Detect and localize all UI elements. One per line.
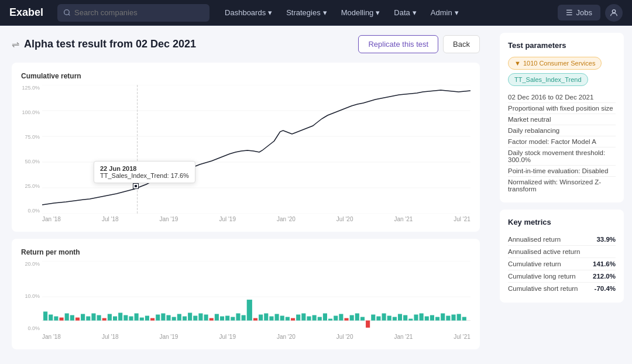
page-title-row: ⇌ Alpha test result from 02 Dec 2021 xyxy=(12,38,196,50)
param-position-size: Proportional with fixed position size xyxy=(508,103,616,114)
svg-rect-82 xyxy=(414,315,418,321)
svg-rect-22 xyxy=(91,313,95,320)
test-parameters-title: Test parameters xyxy=(508,41,616,50)
chevron-down-icon: ▾ xyxy=(376,8,380,17)
svg-rect-59 xyxy=(291,318,295,321)
tag-consumer-services: ▼ 1010 Consumer Services xyxy=(508,57,602,70)
svg-rect-34 xyxy=(156,315,160,321)
key-metrics-section: Key metrics Annualised return 33.9% Annu… xyxy=(500,210,624,303)
svg-rect-26 xyxy=(113,317,117,321)
search-input[interactable] xyxy=(74,8,191,17)
svg-rect-38 xyxy=(177,314,181,320)
svg-rect-15 xyxy=(54,317,58,321)
svg-rect-13 xyxy=(43,311,47,320)
svg-rect-19 xyxy=(75,318,80,321)
svg-rect-39 xyxy=(183,317,187,321)
svg-rect-53 xyxy=(259,315,263,321)
svg-rect-25 xyxy=(108,314,112,320)
svg-rect-66 xyxy=(328,319,332,321)
svg-line-1 xyxy=(68,14,70,15)
svg-rect-74 xyxy=(371,315,375,321)
svg-rect-50 xyxy=(242,315,246,321)
svg-rect-51 xyxy=(247,300,252,321)
key-metrics-title: Key metrics xyxy=(508,218,616,226)
chevron-down-icon: ▾ xyxy=(268,8,272,17)
cumulative-return-chart: Cumulative return 125.0% 100.0% 75.0% 50… xyxy=(12,63,480,232)
tooltip-value: TT_Sales_Index_Trend: 17.6% xyxy=(100,172,189,179)
svg-rect-21 xyxy=(86,317,90,321)
svg-rect-20 xyxy=(81,314,85,320)
metric-annualised-return: Annualised return 33.9% xyxy=(508,233,616,246)
chevron-down-icon: ▾ xyxy=(323,8,327,17)
nav-right: ☰ Jobs xyxy=(558,4,623,22)
svg-rect-64 xyxy=(318,317,322,321)
metric-cumulative-short-return: Cumulative short return -70.4% xyxy=(508,283,616,294)
svg-rect-30 xyxy=(135,313,139,320)
svg-rect-54 xyxy=(264,313,268,320)
main-content: ⇌ Alpha test result from 02 Dec 2021 Rep… xyxy=(0,26,632,364)
y-axis-cumulative: 125.0% 100.0% 75.0% 50.0% 25.0% 0.0% xyxy=(21,85,42,214)
search-box[interactable] xyxy=(57,4,209,22)
svg-rect-88 xyxy=(446,316,450,321)
monthly-return-chart: Return per month 20.0% 10.0% 0.0% xyxy=(12,239,480,349)
svg-rect-36 xyxy=(166,315,170,321)
svg-rect-78 xyxy=(393,317,397,321)
svg-rect-57 xyxy=(280,316,284,321)
svg-rect-79 xyxy=(398,314,402,320)
logo: Exabel xyxy=(9,6,43,19)
svg-rect-58 xyxy=(286,317,290,321)
back-button[interactable]: Back xyxy=(443,35,480,53)
tooltip-date: 22 Jun 2018 xyxy=(100,165,189,172)
svg-rect-47 xyxy=(225,316,229,321)
svg-rect-65 xyxy=(323,313,327,320)
menu-icon: ☰ xyxy=(566,8,573,17)
svg-rect-76 xyxy=(382,313,386,320)
svg-rect-81 xyxy=(408,319,413,321)
nav-strategies[interactable]: Strategies ▾ xyxy=(280,5,333,20)
user-profile-button[interactable] xyxy=(605,4,623,22)
nav-dashboards[interactable]: Dashboards ▾ xyxy=(219,5,278,20)
svg-rect-37 xyxy=(172,317,176,321)
nav-data[interactable]: Data ▾ xyxy=(388,5,422,20)
svg-rect-31 xyxy=(140,318,144,321)
svg-rect-75 xyxy=(376,317,380,321)
svg-rect-72 xyxy=(360,317,365,321)
svg-rect-90 xyxy=(457,314,461,320)
svg-rect-56 xyxy=(275,314,279,320)
svg-point-2 xyxy=(612,9,615,12)
param-factor-model: Factor model: Factor Model A xyxy=(508,136,616,147)
svg-rect-40 xyxy=(188,313,192,320)
param-rebalancing: Daily rebalancing xyxy=(508,125,616,136)
cumulative-chart-area: 22 Jun 2018 TT_Sales_Index_Trend: 17.6% xyxy=(42,85,470,214)
shuffle-icon: ⇌ xyxy=(12,39,19,50)
metric-cumulative-long-return: Cumulative long return 212.0% xyxy=(508,270,616,283)
replicate-button[interactable]: Replicate this test xyxy=(358,35,438,53)
svg-rect-49 xyxy=(236,313,240,320)
param-stock-threshold: Daily stock movement threshold: 300.0% xyxy=(508,147,616,166)
svg-rect-16 xyxy=(59,318,63,321)
search-icon xyxy=(63,9,71,16)
monthly-chart-title: Return per month xyxy=(21,248,470,256)
x-axis-cumulative: Jan '18 Jul '18 Jan '19 Jul '19 Jan '20 … xyxy=(42,214,470,222)
chevron-down-icon: ▾ xyxy=(455,8,459,17)
bar-chart-area xyxy=(42,261,470,331)
svg-rect-85 xyxy=(430,315,434,321)
nav-modelling[interactable]: Modelling ▾ xyxy=(335,5,386,20)
svg-rect-67 xyxy=(334,316,338,321)
param-market-neutral: Market neutral xyxy=(508,114,616,125)
svg-rect-61 xyxy=(301,313,305,320)
param-date-range: 02 Dec 2016 to 02 Dec 2021 xyxy=(508,92,616,103)
svg-rect-35 xyxy=(161,313,165,320)
svg-point-0 xyxy=(64,10,70,15)
filter-icon: ▼ xyxy=(514,60,521,67)
chart-tooltip: 22 Jun 2018 TT_Sales_Index_Trend: 17.6% xyxy=(94,161,195,183)
tag-sales-index: TT_Sales_Index_Trend xyxy=(508,73,588,86)
nav-admin[interactable]: Admin ▾ xyxy=(425,5,465,20)
params-list: 02 Dec 2016 to 02 Dec 2021 Proportional … xyxy=(508,92,616,194)
svg-rect-80 xyxy=(403,315,407,321)
svg-rect-17 xyxy=(65,313,69,320)
svg-rect-24 xyxy=(102,318,107,321)
jobs-button[interactable]: ☰ Jobs xyxy=(558,5,600,20)
metrics-list: Annualised return 33.9% Annualised activ… xyxy=(508,233,616,294)
svg-rect-60 xyxy=(296,315,300,321)
